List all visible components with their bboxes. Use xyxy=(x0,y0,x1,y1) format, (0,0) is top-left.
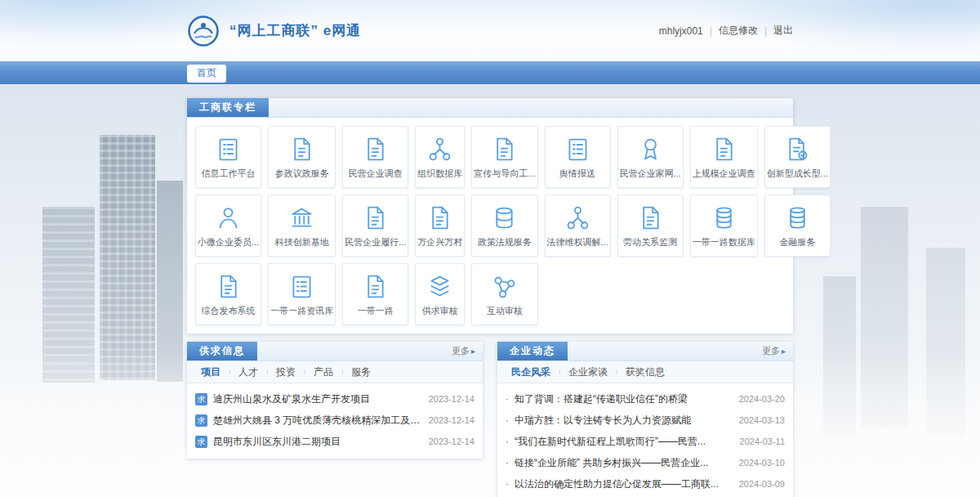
news-row: ·“我们在新时代新征程上凯歌而行”——民营...2024-03-11 xyxy=(506,431,785,452)
building-silhouette xyxy=(100,135,155,380)
item-title[interactable]: 链接“企业所能” 共助乡村振兴——民营企业... xyxy=(514,456,733,470)
supply-list: 求迪庆州山泉水及矿泉水生产开发项目2023-12-14求楚雄州大姚县 3 万吨优… xyxy=(187,383,483,459)
gsl-item-label: 政策法规服务 xyxy=(474,236,535,248)
db-icon xyxy=(474,204,535,231)
gsl-item-label: 供求审核 xyxy=(417,305,462,317)
supply-panel-title: 供求信息 xyxy=(187,342,257,360)
supply-row: 求迪庆州山泉水及矿泉水生产开发项目2023-12-14 xyxy=(195,388,474,410)
item-date: 2023-12-14 xyxy=(429,394,474,404)
gsl-item[interactable]: 信息工作平台 xyxy=(195,126,261,188)
info-modify-link[interactable]: 信息修改 xyxy=(719,24,758,38)
gsl-item-label: 一带一路 xyxy=(345,305,406,317)
separator: | xyxy=(764,25,767,37)
header: “网上工商联” e网通 mhlyjx001 | 信息修改 | 退出 xyxy=(0,0,980,61)
gsl-item-label: 民营企业履行... xyxy=(345,236,406,248)
gsl-item[interactable]: 民营企业履行... xyxy=(342,195,408,257)
gsl-item-label: 参政议政服务 xyxy=(270,168,333,180)
gsl-item[interactable]: 舆情报送 xyxy=(545,126,611,188)
item-title[interactable]: “我们在新时代新征程上凯歌而行”——民营... xyxy=(514,435,733,449)
news-more-link[interactable]: 更多 ▸ xyxy=(755,342,793,360)
supply-tab-4[interactable]: 服务 xyxy=(342,365,380,379)
item-title[interactable]: 中瑞方胜：以专注铸专长为人力资源赋能 xyxy=(514,414,733,428)
gsl-item-label: 综合发布系统 xyxy=(198,305,259,317)
gsl-item[interactable]: 一带一路资讯库 xyxy=(268,263,336,325)
gsl-item[interactable]: 法律维权调解... xyxy=(545,195,611,257)
item-title[interactable]: 昆明市东川区东川港二期项目 xyxy=(213,435,422,449)
item-date: 2024-03-13 xyxy=(739,415,785,425)
gsl-panel: 工商联专栏 信息工作平台参政议政服务民营企业调查组织数据库宣传与导向工...舆情… xyxy=(187,98,793,334)
coins-icon xyxy=(693,204,755,231)
gsl-item[interactable]: 一带一路 xyxy=(342,263,408,325)
navbar: 首页 xyxy=(0,61,980,84)
news-tab-1[interactable]: 企业家谈 xyxy=(559,365,617,379)
item-date: 2024-03-10 xyxy=(739,458,785,468)
gsl-item-label: 法律维权调解... xyxy=(547,236,608,248)
separator: | xyxy=(710,25,712,37)
supply-tab-2[interactable]: 投资 xyxy=(267,365,305,379)
page: “网上工商联” e网通 mhlyjx001 | 信息修改 | 退出 首页 工商联… xyxy=(0,0,980,497)
news-panel: 企业动态 更多 ▸ 民企风采企业家谈获奖信息 ·知了背调：搭建起“传递职业信任”… xyxy=(497,342,793,497)
gsl-item-label: 信息工作平台 xyxy=(198,168,259,180)
gsl-item[interactable]: 宣传与导向工... xyxy=(471,126,537,188)
news-tab-0[interactable]: 民企风采 xyxy=(502,365,559,379)
gsl-item[interactable]: 一带一路数据库 xyxy=(690,195,758,257)
supply-tab-3[interactable]: 产品 xyxy=(305,365,342,379)
news-row: ·知了背调：搭建起“传递职业信任”的桥梁2024-03-20 xyxy=(506,388,785,410)
gsl-item[interactable]: 上规模企业调查 xyxy=(690,126,758,188)
supply-more-link[interactable]: 更多 ▸ xyxy=(444,342,483,360)
supply-row: 求楚雄州大姚县 3 万吨优质薄壳核桃精深加工及科...2023-12-14 xyxy=(195,410,474,431)
clipboard-icon xyxy=(270,273,333,300)
gsl-item[interactable]: 创新型成长型... xyxy=(764,126,831,188)
gsl-item-label: 民营企业家网... xyxy=(620,168,681,180)
site-logo-icon xyxy=(187,15,220,47)
supply-tab-0[interactable]: 项目 xyxy=(192,365,229,379)
gsl-item-label: 民营企业调查 xyxy=(345,168,406,180)
doc-icon xyxy=(345,204,406,231)
gsl-item[interactable]: 组织数据库 xyxy=(415,126,465,188)
gsl-item-label: 组织数据库 xyxy=(417,168,462,180)
gsl-item[interactable]: 民营企业家网... xyxy=(617,126,684,188)
item-date: 2024-03-11 xyxy=(740,437,785,446)
item-title[interactable]: 以法治的确定性助力提信心促发展——工商联... xyxy=(514,477,733,491)
gsl-panel-header: 工商联专栏 xyxy=(187,98,793,118)
bullet-icon: · xyxy=(506,436,509,447)
gsl-item-label: 金融服务 xyxy=(767,236,828,248)
gsl-item[interactable]: 供求审核 xyxy=(415,263,465,325)
doc-icon xyxy=(474,136,535,163)
gsl-item[interactable]: 劳动关系监测 xyxy=(617,195,684,257)
doc-icon xyxy=(345,273,406,300)
person-icon xyxy=(198,204,259,231)
gsl-item[interactable]: 科技创新基地 xyxy=(268,195,336,257)
gsl-item[interactable]: 小微企业委员... xyxy=(195,195,261,257)
gsl-item-label: 小微企业委员... xyxy=(198,236,259,248)
demand-badge: 求 xyxy=(195,436,207,448)
gsl-item[interactable]: 综合发布系统 xyxy=(195,263,261,325)
news-row: ·链接“企业所能” 共助乡村振兴——民营企业...2024-03-10 xyxy=(506,452,785,473)
news-tab-2[interactable]: 获奖信息 xyxy=(617,365,674,379)
doc-badge-icon xyxy=(767,136,828,163)
site-title: “网上工商联” e网通 xyxy=(229,21,361,40)
badge-icon xyxy=(620,136,681,163)
username: mhlyjx001 xyxy=(659,25,703,37)
logout-link[interactable]: 退出 xyxy=(773,24,793,38)
item-title[interactable]: 迪庆州山泉水及矿泉水生产开发项目 xyxy=(213,392,422,406)
news-row: ·中瑞方胜：以专注铸专长为人力资源赋能2024-03-13 xyxy=(506,410,785,431)
item-date: 2023-12-14 xyxy=(429,415,474,425)
gsl-item-label: 万企兴万村 xyxy=(417,236,462,248)
gsl-item[interactable]: 参政议政服务 xyxy=(268,126,336,188)
gsl-item[interactable]: 金融服务 xyxy=(764,195,831,257)
home-tab[interactable]: 首页 xyxy=(187,65,226,83)
more-arrow-icon: ▸ xyxy=(782,347,786,356)
gsl-item-label: 宣传与导向工... xyxy=(474,168,535,180)
nodes-icon xyxy=(547,204,608,231)
gsl-item-label: 科技创新基地 xyxy=(270,236,333,248)
bullet-icon: · xyxy=(506,478,509,490)
bullet-icon: · xyxy=(506,457,509,468)
gsl-item[interactable]: 政策法规服务 xyxy=(471,195,537,257)
item-title[interactable]: 楚雄州大姚县 3 万吨优质薄壳核桃精深加工及科... xyxy=(213,414,422,428)
item-title[interactable]: 知了背调：搭建起“传递职业信任”的桥梁 xyxy=(514,392,733,406)
supply-tab-1[interactable]: 人才 xyxy=(229,365,267,379)
gsl-item[interactable]: 民营企业调查 xyxy=(342,126,408,188)
gsl-item[interactable]: 互动审核 xyxy=(471,263,537,325)
gsl-item[interactable]: 万企兴万村 xyxy=(415,195,465,257)
